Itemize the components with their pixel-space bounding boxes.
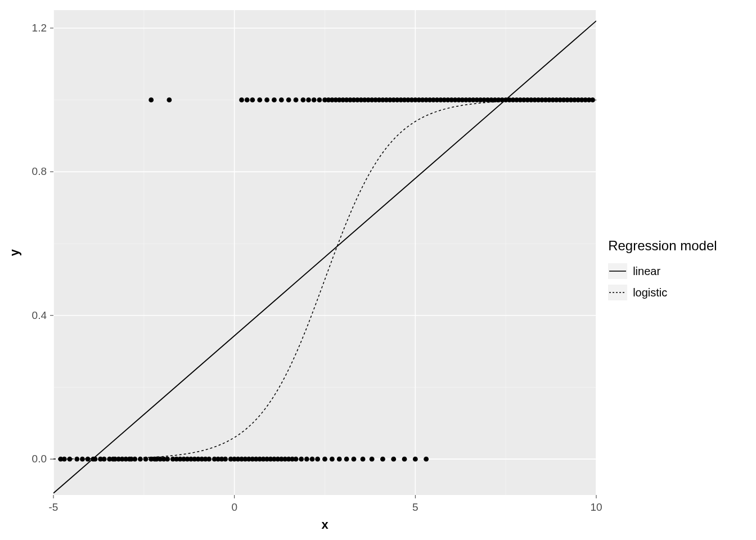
- data-point: [257, 97, 262, 102]
- data-point: [344, 457, 349, 462]
- x-tick-label: -5: [49, 501, 58, 513]
- data-point: [239, 97, 244, 102]
- data-point: [264, 97, 269, 102]
- x-tick-label: 5: [412, 501, 418, 513]
- data-point: [330, 457, 335, 462]
- data-point: [102, 457, 107, 462]
- data-point: [380, 457, 385, 462]
- legend-label-logistic: logistic: [633, 286, 667, 299]
- data-point: [272, 97, 277, 102]
- data-point: [424, 457, 429, 462]
- legend-title: Regression model: [608, 238, 717, 254]
- data-point: [286, 97, 291, 102]
- data-point: [402, 457, 407, 462]
- x-tick-label: 0: [231, 501, 237, 513]
- y-tick-label: 1.2: [32, 22, 47, 34]
- data-point: [337, 457, 342, 462]
- data-point: [370, 457, 375, 462]
- x-axis-title: x: [321, 518, 328, 532]
- data-point: [299, 457, 304, 462]
- data-point: [301, 97, 306, 102]
- data-point: [223, 457, 228, 462]
- data-point: [138, 457, 143, 462]
- y-tick-label: 0.8: [32, 165, 47, 177]
- data-point: [250, 97, 255, 102]
- data-point: [294, 97, 299, 102]
- data-point: [206, 457, 212, 462]
- y-axis-title: y: [7, 249, 21, 256]
- data-point: [413, 457, 418, 462]
- legend-key-logistic: [608, 285, 627, 300]
- data-point: [245, 97, 250, 102]
- data-point: [165, 457, 170, 462]
- x-tick-label: 10: [590, 501, 602, 513]
- data-point: [312, 97, 317, 102]
- data-point: [322, 457, 327, 462]
- chart-panel: -505100.00.40.81.2xy: [0, 0, 605, 540]
- data-point: [391, 457, 396, 462]
- legend-key-linear: [608, 263, 627, 279]
- legend: Regression model linear logistic: [605, 0, 756, 540]
- data-point: [294, 457, 299, 462]
- plot-svg: -505100.00.40.81.2xy: [0, 0, 608, 540]
- data-point: [352, 457, 357, 462]
- data-point: [279, 97, 284, 102]
- data-point: [317, 97, 322, 102]
- data-point: [306, 97, 311, 102]
- data-point: [315, 457, 320, 462]
- data-point: [166, 97, 172, 102]
- legend-item-linear: linear: [608, 262, 660, 281]
- y-tick-label: 0.0: [32, 453, 47, 465]
- y-tick-label: 0.4: [32, 309, 47, 321]
- data-point: [148, 97, 154, 102]
- data-point: [304, 457, 309, 462]
- data-point: [310, 457, 315, 462]
- legend-label-linear: linear: [633, 265, 660, 278]
- legend-item-logistic: logistic: [608, 283, 667, 302]
- data-point: [132, 457, 137, 462]
- data-point: [361, 457, 366, 462]
